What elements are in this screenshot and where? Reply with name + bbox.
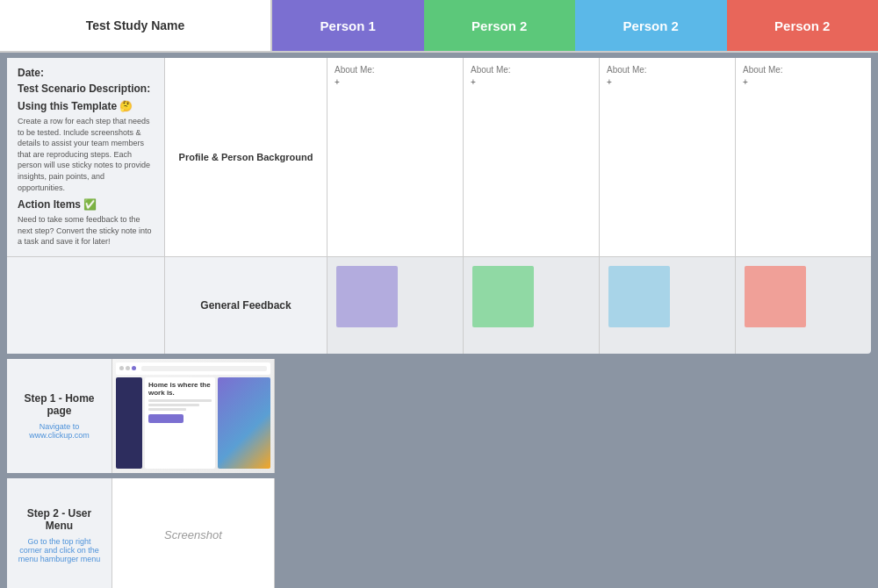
sticky-cell-1 xyxy=(327,257,464,354)
clickup-dot-2 xyxy=(126,366,130,370)
sticky-cell-4 xyxy=(736,257,871,354)
about-cell-1: About Me: + xyxy=(327,58,464,256)
clickup-topbar xyxy=(116,362,270,375)
general-feedback-left-spacer xyxy=(7,257,165,354)
about-value-2: + xyxy=(471,77,592,87)
sticky-note-blue xyxy=(608,266,670,327)
step-2-section: Step 2 - User Menu Go to the top right c… xyxy=(7,478,871,588)
clickup-headline-text: Home is where the work is. xyxy=(148,381,212,397)
profile-label: Profile & Person Background xyxy=(179,152,313,162)
about-cell-3: About Me: + xyxy=(600,58,736,256)
sticky-note-green xyxy=(472,266,534,327)
step-1-screenshot: Home is where the work is. xyxy=(112,359,275,473)
action-heading: Action Items ✅ xyxy=(18,198,154,211)
header-person-2-label: Person 2 xyxy=(471,18,527,33)
clickup-url-bar xyxy=(141,366,267,371)
general-feedback-label-cell: General Feedback xyxy=(165,257,327,354)
about-label-3: About Me: xyxy=(607,65,728,75)
action-desc: Need to take some feedback to the next s… xyxy=(18,214,154,247)
step-1-left: Step 1 - Home page Navigate to www.click… xyxy=(7,359,112,473)
about-label-4: About Me: xyxy=(743,65,864,75)
clickup-body: Home is where the work is. xyxy=(116,377,270,469)
sticky-cell-3 xyxy=(600,257,736,354)
general-feedback-label: General Feedback xyxy=(200,299,291,312)
about-value-4: + xyxy=(743,77,864,87)
header-person-4-label: Person 2 xyxy=(774,18,830,33)
header-row: Test Study Name Person 1 Person 2 Person… xyxy=(0,0,878,53)
about-cell-2: About Me: + xyxy=(464,58,600,256)
step-1-title: Step 1 - Home page xyxy=(18,392,101,417)
step-2-subtitle: Go to the top right corner and click on … xyxy=(18,537,101,563)
profile-label-cell: Profile & Person Background xyxy=(165,58,327,256)
about-value-3: + xyxy=(607,77,728,87)
clickup-sidebar xyxy=(116,377,142,469)
profile-row: Date: Test Scenario Description: Using t… xyxy=(7,58,871,257)
sticky-note-purple xyxy=(336,266,398,327)
step-2-screenshot-label: Screenshot xyxy=(164,528,222,541)
intro-section: Date: Test Scenario Description: Using t… xyxy=(7,58,871,354)
step-2-left: Step 2 - User Menu Go to the top right c… xyxy=(7,478,112,588)
clickup-hero-image xyxy=(218,377,270,469)
step-2-screenshot: Screenshot xyxy=(112,478,275,588)
date-label: Date: xyxy=(18,67,154,79)
header-person-1: Person 1 xyxy=(272,0,424,51)
header-person-4: Person 2 xyxy=(727,0,879,51)
study-name-label: Test Study Name xyxy=(86,18,185,32)
clickup-dot-3 xyxy=(132,366,136,370)
step-1-section: Step 1 - Home page Navigate to www.click… xyxy=(7,359,871,473)
sticky-note-salmon xyxy=(745,266,806,327)
info-panel: Date: Test Scenario Description: Using t… xyxy=(7,58,165,256)
sticky-cell-2 xyxy=(464,257,600,354)
clickup-line-2 xyxy=(148,404,199,406)
general-feedback-row: General Feedback xyxy=(7,257,871,354)
clickup-line-3 xyxy=(148,408,186,411)
about-cell-4: About Me: + xyxy=(736,58,871,256)
step-1-persons-area xyxy=(275,359,871,473)
clickup-line-1 xyxy=(148,399,212,402)
template-heading: Using this Template 🤔 xyxy=(18,100,154,112)
header-person-2: Person 2 xyxy=(424,0,576,51)
about-label-1: About Me: xyxy=(335,65,456,75)
step-2-title: Step 2 - User Menu xyxy=(18,507,101,532)
about-value-1: + xyxy=(335,77,456,87)
header-person-3: Person 2 xyxy=(575,0,727,51)
header-person-3-label: Person 2 xyxy=(623,18,679,33)
step-1-subtitle: Navigate to www.clickup.com xyxy=(18,422,101,440)
clickup-main: Home is where the work is. xyxy=(145,377,215,469)
template-desc: Create a row for each step that needs to… xyxy=(18,116,154,193)
header-person-1-label: Person 1 xyxy=(320,18,376,33)
step-2-persons-area xyxy=(275,478,871,588)
clickup-screenshot: Home is where the work is. xyxy=(112,359,274,473)
clickup-text-lines xyxy=(148,399,212,411)
clickup-cta-button xyxy=(148,414,184,423)
study-name-cell: Test Study Name xyxy=(0,0,272,51)
clickup-dot-1 xyxy=(119,366,124,370)
scenario-label: Test Scenario Description: xyxy=(18,82,154,95)
about-label-2: About Me: xyxy=(471,65,592,75)
